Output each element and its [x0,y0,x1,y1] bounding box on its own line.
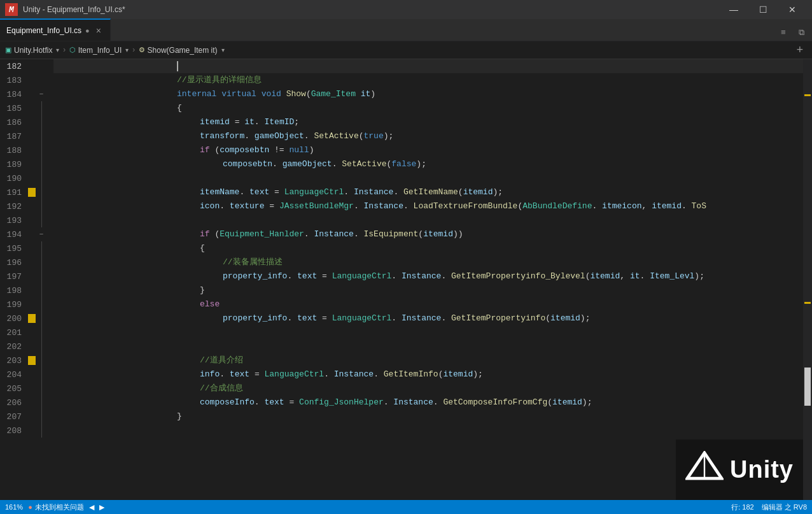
code-line-194: if (Equipment_Hanlder. Instance. IsEquip… [53,227,803,241]
charset-info[interactable]: 编辑器 之 RV8 [762,503,807,512]
fold-199 [37,297,46,311]
namespace-icon: ▣ [5,46,11,54]
breadcrumb-bar: ▣ Unity.Hotfix ▾ › ⬡ Item_Info_UI ▾ › ⚙ … [0,41,812,59]
line-row-204: 204 [0,368,51,382]
cursor-position[interactable]: 行: 182 [731,503,753,512]
fold-195 [37,241,46,255]
line-number-197: 197 [0,272,27,282]
add-tab-button[interactable]: + [793,43,807,57]
fold-190 [37,171,46,185]
marker-200 [27,314,37,323]
breadcrumb-end: + [793,43,807,57]
error-icon: ● [28,503,32,511]
line-row-205: 205 [0,382,51,396]
line-row-202: 202 [0,339,51,353]
status-right: 行: 182 编辑器 之 RV8 [731,503,807,512]
fold-204 [37,368,46,382]
line-number-208: 208 [0,426,27,436]
code-line-200: property_info. text = LanguageCtrl. Inst… [53,311,803,325]
line-row-203: 203 [0,353,51,368]
fold-197 [37,269,46,283]
line-number-184: 184 [0,90,27,99]
breadcrumb-method-label: Show(Game_Item it) [148,46,218,55]
line-number-192: 192 [0,202,27,211]
overview-scrollbar[interactable] [803,59,812,500]
line-row-199: 199 [0,297,51,311]
gutter-area: 182183184−185186187188189190191192193194… [0,59,51,500]
line-number-190: 190 [0,174,27,183]
fold-193 [37,213,46,227]
breadcrumb-class[interactable]: ⬡ Item_Info_UI ▾ [69,46,129,55]
line-row-198: 198 [0,283,51,297]
error-text: 未找到相关问题 [35,503,84,512]
code-line-182 [53,59,803,73]
tab-split-button[interactable]: ⧉ [793,24,809,41]
code-line-188: if (composebtn != null) [53,143,803,157]
line-row-188: 188 [0,143,51,157]
code-editor[interactable]: //显示道具的详细信息internal virtual void Show(Ga… [51,59,803,500]
nav-right-button[interactable]: ▶ [99,503,104,511]
code-line-203: //道具介绍 [53,353,803,368]
overview-mark-2 [804,302,811,304]
code-line-197: property_info. text = LanguageCtrl. Inst… [53,269,803,283]
fold-196 [37,255,46,269]
line-number-191: 191 [0,188,27,197]
maximize-button[interactable]: ☐ [748,0,778,19]
line-row-197: 197 [0,269,51,283]
class-icon: ⬡ [69,46,76,54]
line-number-189: 189 [0,160,27,169]
editor-main: 182183184−185186187188189190191192193194… [0,59,812,500]
marker-203 [27,356,37,365]
code-line-206: composeInfo. text = Config_JsonHelper. I… [53,396,803,410]
close-button[interactable]: ✕ [778,0,807,19]
fold-205 [37,382,46,396]
overview-mark-1 [804,94,811,96]
fold-184[interactable]: − [37,90,46,98]
charset-text: 编辑器 之 RV8 [762,503,807,512]
code-line-196: //装备属性描述 [53,255,803,269]
unity-logo-overlay: Unity [676,439,803,500]
line-number-204: 204 [0,370,27,380]
error-status[interactable]: ● 未找到相关问题 [28,503,84,512]
tab-close-button[interactable]: × [94,25,104,36]
minimize-button[interactable]: — [719,0,748,19]
fold-198 [37,283,46,297]
line-number-199: 199 [0,300,27,310]
fold-186 [37,115,46,129]
code-line-204: info. text = LanguageCtrl. Instance. Get… [53,368,803,382]
line-number-193: 193 [0,216,27,225]
line-row-182: 182 [0,59,51,73]
breadcrumb-namespace[interactable]: ▣ Unity.Hotfix ▾ [5,46,59,55]
line-number-205: 205 [0,384,27,394]
breadcrumb-dropdown3[interactable]: ▾ [221,46,225,54]
fold-194[interactable]: − [37,231,46,238]
line-number-200: 200 [0,314,27,324]
title-controls: — ☐ ✕ [719,0,807,19]
tab-equipment-info[interactable]: Equipment_Info_UI.cs ● × [0,18,111,41]
fold-191 [37,185,46,199]
line-number-203: 203 [0,356,27,366]
tab-settings-button[interactable]: ≡ [775,24,792,41]
code-line-184: internal virtual void Show(Game_Item it) [53,87,803,101]
breadcrumb-method[interactable]: ⚙ Show(Game_Item it) ▾ [139,46,225,55]
title-bar: M Unity - Equipment_Info_UI.cs* — ☐ ✕ [0,0,812,19]
line-row-185: 185 [0,101,51,115]
fold-208 [37,424,46,438]
title-text: Unity - Equipment_Info_UI.cs* [23,5,714,14]
code-line-186: itemid = it. ItemID; [53,115,803,129]
breadcrumb-dropdown1[interactable]: ▾ [56,46,59,54]
fold-202 [37,339,46,353]
line-number-195: 195 [0,244,27,253]
line-row-206: 206 [0,396,51,410]
zoom-level[interactable]: 161% [5,503,23,511]
code-line-183: //显示道具的详细信息 [53,73,803,87]
fold-200 [37,311,46,325]
nav-left-button[interactable]: ◀ [89,503,94,511]
fold-187 [37,129,46,143]
line-number-201: 201 [0,328,27,338]
line-number-183: 183 [0,76,27,85]
line-row-194: 194− [0,227,51,241]
line-row-191: 191 [0,185,51,199]
breadcrumb-dropdown2[interactable]: ▾ [125,46,129,54]
status-left: 161% ● 未找到相关问题 ◀ ▶ [5,503,104,512]
